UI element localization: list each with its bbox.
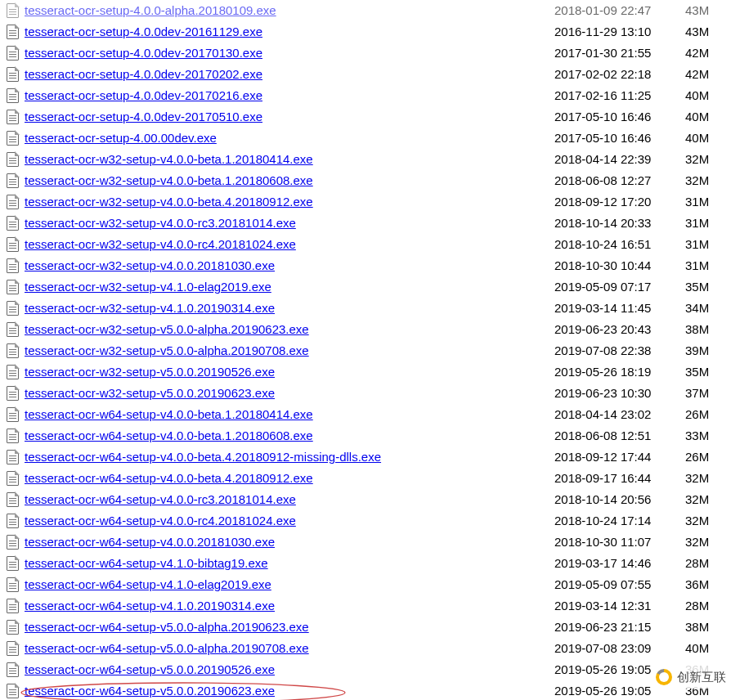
size-cell: 32M [685,149,724,170]
table-row: tesseract-ocr-w64-setup-v4.0.0-beta.4.20… [7,468,724,489]
file-link[interactable]: tesseract-ocr-setup-4.0.0dev-20170202.ex… [25,67,262,81]
icon-cell [7,255,25,276]
size-cell: 42M [685,64,724,85]
file-icon [7,471,19,486]
file-icon [7,577,19,592]
file-icon [7,322,19,337]
file-icon [7,301,19,316]
size-cell: 28M [685,553,724,574]
file-link[interactable]: tesseract-ocr-w32-setup-v4.0.0-beta.1.20… [25,173,313,187]
date-cell: 2018-10-24 16:51 [554,234,685,255]
table-row: tesseract-ocr-setup-4.0.0dev-20170216.ex… [7,85,724,106]
date-cell: 2018-09-12 17:20 [554,191,685,213]
file-link[interactable]: tesseract-ocr-w32-setup-v4.0.0-beta.1.20… [25,152,313,166]
file-link[interactable]: tesseract-ocr-w32-setup-v5.0.0.20190526.… [25,365,275,379]
file-link[interactable]: tesseract-ocr-setup-4.00.00dev.exe [25,131,217,145]
name-cell: tesseract-ocr-w64-setup-v4.0.0-rc4.20181… [25,510,554,532]
file-icon [7,407,19,422]
file-link[interactable]: tesseract-ocr-w32-setup-v4.0.0.20181030.… [25,258,275,272]
file-link[interactable]: tesseract-ocr-w64-setup-v4.1.0.20190314.… [25,599,275,612]
size-cell: 40M [685,128,724,149]
size-cell: 39M [685,340,724,361]
table-row: tesseract-ocr-w64-setup-v4.0.0-rc4.20181… [7,510,724,532]
icon-cell [7,617,25,638]
file-link[interactable]: tesseract-ocr-w64-setup-v4.0.0-rc3.20181… [25,492,296,506]
file-link[interactable]: tesseract-ocr-setup-4.0.0dev-20170216.ex… [25,88,262,102]
file-link[interactable]: tesseract-ocr-setup-4.0.0dev-20170130.ex… [25,46,262,60]
file-link[interactable]: tesseract-ocr-w64-setup-v4.0.0-beta.1.20… [25,429,313,442]
size-cell: 40M [685,638,724,659]
file-link[interactable]: tesseract-ocr-w64-setup-v5.0.0.20190526.… [25,662,275,676]
icon-cell [7,298,25,319]
file-link[interactable]: tesseract-ocr-w64-setup-v4.0.0-beta.1.20… [25,407,313,421]
table-row: tesseract-ocr-w32-setup-v4.0.0-rc3.20181… [7,213,724,234]
file-link[interactable]: tesseract-ocr-setup-4.0.0-alpha.20180109… [25,3,276,17]
watermark: 创新互联 [651,666,731,689]
file-icon [7,67,19,82]
size-cell: 31M [685,234,724,255]
table-row: tesseract-ocr-w64-setup-v5.0.0.20190623.… [7,680,724,700]
table-row: tesseract-ocr-w32-setup-v4.1.0-elag2019.… [7,276,724,298]
file-link[interactable]: tesseract-ocr-setup-4.0.0dev-20170510.ex… [25,110,262,123]
size-cell: 33M [685,425,724,446]
name-cell: tesseract-ocr-setup-4.0.0dev-20170510.ex… [25,106,554,128]
size-cell: 36M [685,574,724,595]
size-cell: 42M [685,43,724,64]
name-cell: tesseract-ocr-setup-4.0.0dev-20161129.ex… [25,21,554,43]
size-cell: 31M [685,255,724,276]
file-icon [7,173,19,188]
icon-cell [7,532,25,553]
file-link[interactable]: tesseract-ocr-w32-setup-v5.0.0.20190623.… [25,386,275,400]
name-cell: tesseract-ocr-w32-setup-v4.0.0.20181030.… [25,255,554,276]
name-cell: tesseract-ocr-setup-4.00.00dev.exe [25,128,554,149]
file-link[interactable]: tesseract-ocr-w32-setup-v4.0.0-rc3.20181… [25,216,296,230]
date-cell: 2018-10-30 11:07 [554,532,685,553]
date-cell: 2019-06-23 20:43 [554,319,685,340]
file-link[interactable]: tesseract-ocr-w32-setup-v4.1.0-elag2019.… [25,280,271,294]
table-row: tesseract-ocr-w32-setup-v5.0.0.20190526.… [7,361,724,383]
file-link[interactable]: tesseract-ocr-w32-setup-v5.0.0-alpha.201… [25,322,309,336]
name-cell: tesseract-ocr-w32-setup-v5.0.0-alpha.201… [25,340,554,361]
icon-cell [7,191,25,213]
file-icon [7,46,19,61]
table-row: tesseract-ocr-w32-setup-v4.0.0.20181030.… [7,255,724,276]
name-cell: tesseract-ocr-w64-setup-v5.0.0-alpha.201… [25,617,554,638]
file-icon [7,620,19,635]
size-cell: 28M [685,595,724,617]
file-link[interactable]: tesseract-ocr-w64-setup-v4.0.0-beta.4.20… [25,471,313,485]
date-cell: 2019-03-14 12:31 [554,595,685,617]
file-link[interactable]: tesseract-ocr-w64-setup-v4.0.0-rc4.20181… [25,514,296,527]
date-cell: 2016-11-29 13:10 [554,21,685,43]
file-icon [7,25,19,39]
date-cell: 2019-05-09 07:55 [554,574,685,595]
date-cell: 2018-09-17 16:44 [554,468,685,489]
name-cell: tesseract-ocr-w32-setup-v5.0.0.20190623.… [25,383,554,404]
icon-cell [7,64,25,85]
file-table: tesseract-ocr-setup-4.0.0-alpha.20180109… [7,0,724,700]
file-link[interactable]: tesseract-ocr-setup-4.0.0dev-20161129.ex… [25,25,262,38]
file-link[interactable]: tesseract-ocr-w32-setup-v4.0.0-rc4.20181… [25,237,296,251]
file-link[interactable]: tesseract-ocr-w64-setup-v5.0.0-alpha.201… [25,641,309,655]
file-link[interactable]: tesseract-ocr-w32-setup-v4.0.0-beta.4.20… [25,195,313,209]
file-icon [7,365,19,379]
icon-cell [7,0,25,21]
table-row: tesseract-ocr-w32-setup-v4.0.0-rc4.20181… [7,234,724,255]
icon-cell [7,659,25,680]
file-link[interactable]: tesseract-ocr-w64-setup-v5.0.0.20190623.… [25,684,275,698]
file-link[interactable]: tesseract-ocr-w64-setup-v4.0.0.20181030.… [25,535,275,549]
file-icon [7,641,19,656]
file-link[interactable]: tesseract-ocr-w64-setup-v4.0.0-beta.4.20… [25,450,381,464]
name-cell: tesseract-ocr-w32-setup-v4.1.0-elag2019.… [25,276,554,298]
file-link[interactable]: tesseract-ocr-w64-setup-v4.1.0-elag2019.… [25,577,271,591]
date-cell: 2018-10-24 17:14 [554,510,685,532]
size-cell: 43M [685,0,724,21]
icon-cell [7,553,25,574]
file-link[interactable]: tesseract-ocr-w32-setup-v5.0.0-alpha.201… [25,343,309,357]
date-cell: 2019-05-26 18:19 [554,361,685,383]
file-icon [7,258,19,273]
file-link[interactable]: tesseract-ocr-w64-setup-v4.1.0-bibtag19.… [25,556,268,570]
file-link[interactable]: tesseract-ocr-w64-setup-v5.0.0-alpha.201… [25,620,309,634]
icon-cell [7,680,25,700]
file-icon [7,88,19,103]
file-link[interactable]: tesseract-ocr-w32-setup-v4.1.0.20190314.… [25,301,275,315]
